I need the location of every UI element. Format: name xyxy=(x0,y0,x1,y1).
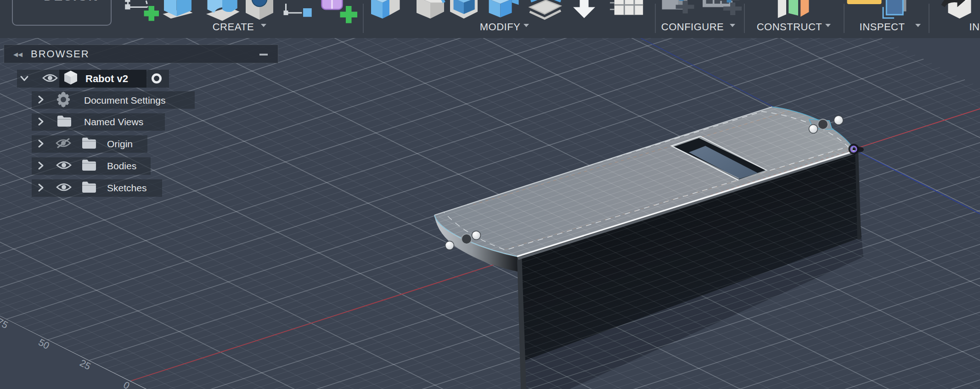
svg-text:0: 0 xyxy=(122,379,131,389)
svg-text:25: 25 xyxy=(78,357,92,372)
svg-text:50: 50 xyxy=(37,337,51,351)
